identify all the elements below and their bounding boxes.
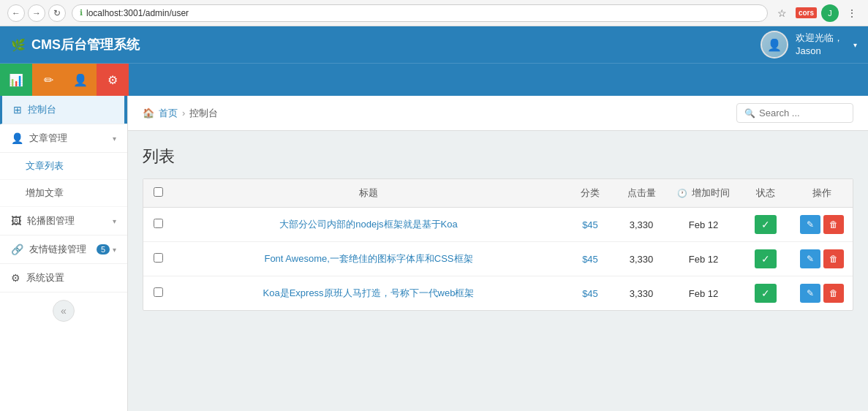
breadcrumb-bar: 🏠 首页 › 控制台 🔍 <box>128 96 868 131</box>
quick-icons-bar: 📊 ✏ 👤 ⚙ <box>0 63 868 96</box>
cors-badge: cors <box>796 7 817 18</box>
url-text: localhost:3001/admin/user <box>86 8 189 18</box>
sidebar-item-links[interactable]: 🔗 友情链接管理 5 ▾ <box>0 235 127 264</box>
links-arrow-icon: ▾ <box>113 246 116 254</box>
sidebar-label-links: 友情链接管理 <box>29 243 97 256</box>
sidebar-label-dashboard: 控制台 <box>28 103 116 116</box>
row-title-2: Koa是Express原班人马打造，号称下一代web框架 <box>173 276 565 311</box>
sidebar-item-settings[interactable]: ⚙ 系统设置 <box>0 264 127 293</box>
row-date-1: Feb 12 <box>667 242 740 276</box>
quick-icon-edit[interactable]: ✏ <box>32 64 64 96</box>
articles-arrow-icon: ▾ <box>113 135 116 143</box>
category-badge-2: $45 <box>582 288 598 299</box>
sidebar-item-articles[interactable]: 👤 文章管理 ▾ <box>0 124 127 153</box>
th-clicks: 点击量 <box>616 179 667 208</box>
row-title-link-1[interactable]: Font Awesome,一套绝佳的图标字体库和CSS框架 <box>264 253 472 264</box>
dashboard-icon: ⊞ <box>13 104 22 116</box>
category-badge-0: $45 <box>582 219 598 230</box>
sidebar: ⊞ 控制台 👤 文章管理 ▾ 文章列表 增加文章 🖼 轮播图管理 ▾ 🔗 友情链… <box>0 96 128 411</box>
settings-icon: ⚙ <box>11 272 20 284</box>
search-input[interactable] <box>759 108 847 118</box>
row-date-0: Feb 12 <box>667 208 740 242</box>
row-title-link-2[interactable]: Koa是Express原班人马打造，号称下一代web框架 <box>263 287 475 298</box>
user-menu[interactable]: 👤 欢迎光临， Jason ▾ <box>761 31 857 59</box>
th-status: 状态 <box>740 179 791 208</box>
row-date-2: Feb 12 <box>667 276 740 311</box>
browser-nav-buttons: ← → ↻ <box>7 4 66 22</box>
table-row: Font Awesome,一套绝佳的图标字体库和CSS框架 $45 3,330 … <box>143 242 853 276</box>
table-row: 大部分公司内部的nodejs框架就是基于Koa $45 3,330 Feb 12… <box>143 208 853 242</box>
th-actions: 操作 <box>791 179 853 208</box>
browser-chrome: ← → ↻ ℹ localhost:3001/admin/user ☆ cors… <box>0 0 868 26</box>
row-title-link-0[interactable]: 大部分公司内部的nodejs框架就是基于Koa <box>279 219 457 230</box>
sidebar-label-settings: 系统设置 <box>26 271 116 284</box>
row-category-1: $45 <box>565 242 616 276</box>
status-check-button-2[interactable]: ✓ <box>755 284 777 303</box>
home-icon: 🏠 <box>143 108 154 118</box>
menu-button[interactable]: ⋮ <box>843 4 861 22</box>
table-row: Koa是Express原班人马打造，号称下一代web框架 $45 3,330 F… <box>143 276 853 311</box>
delete-button-0[interactable]: 🗑 <box>823 215 844 234</box>
avatar-image: 👤 <box>762 32 787 57</box>
carousel-icon: 🖼 <box>11 215 21 227</box>
address-bar[interactable]: ℹ localhost:3001/admin/user <box>72 4 768 22</box>
status-check-button-0[interactable]: ✓ <box>755 215 777 234</box>
row-checkbox-0[interactable] <box>154 219 163 228</box>
top-nav: 🌿 CMS后台管理系统 👤 欢迎光临， Jason ▾ <box>0 26 868 63</box>
status-check-button-1[interactable]: ✓ <box>755 249 777 268</box>
th-category: 分类 <box>565 179 616 208</box>
sidebar-label-add-article: 增加文章 <box>26 186 64 200</box>
delete-button-2[interactable]: 🗑 <box>823 284 844 303</box>
app-title: CMS后台管理系统 <box>31 36 140 53</box>
clock-icon: 🕐 <box>677 189 687 197</box>
row-actions-2: ✎ 🗑 <box>791 276 853 311</box>
row-category-2: $45 <box>565 276 616 311</box>
back-button[interactable]: ← <box>7 4 25 22</box>
row-actions-1: ✎ 🗑 <box>791 242 853 276</box>
row-checkbox-1[interactable] <box>154 253 163 263</box>
row-clicks-2: 3,330 <box>616 276 667 311</box>
sidebar-label-carousel: 轮播图管理 <box>27 214 113 227</box>
select-all-checkbox[interactable] <box>154 187 163 197</box>
links-icon: 🔗 <box>11 244 23 255</box>
sidebar-item-article-list[interactable]: 文章列表 <box>0 153 127 180</box>
page-content: 列表 标题 分类 点击量 🕐 <box>128 131 868 325</box>
search-box[interactable]: 🔍 <box>736 103 853 123</box>
row-checkbox-cell <box>143 276 173 311</box>
content-area: 🏠 首页 › 控制台 🔍 列表 <box>128 96 868 411</box>
edit-button-1[interactable]: ✎ <box>800 249 820 268</box>
sidebar-label-articles: 文章管理 <box>29 132 113 145</box>
row-checkbox-cell <box>143 242 173 276</box>
breadcrumb-separator: › <box>182 108 185 118</box>
edit-button-2[interactable]: ✎ <box>800 284 820 303</box>
refresh-button[interactable]: ↻ <box>48 4 66 22</box>
star-button[interactable]: ☆ <box>774 4 791 22</box>
delete-button-1[interactable]: 🗑 <box>823 249 844 268</box>
row-title-1: Font Awesome,一套绝佳的图标字体库和CSS框架 <box>173 242 565 276</box>
chrome-user-avatar: J <box>821 4 839 22</box>
username: Jason <box>796 45 843 58</box>
quick-icon-user[interactable]: 👤 <box>64 64 97 96</box>
sidebar-collapse-button[interactable]: « <box>53 300 75 322</box>
row-checkbox-cell <box>143 208 173 242</box>
sidebar-item-carousel[interactable]: 🖼 轮播图管理 ▾ <box>0 207 127 235</box>
row-status-2: ✓ <box>740 276 791 311</box>
edit-button-0[interactable]: ✎ <box>800 215 820 234</box>
sidebar-item-dashboard[interactable]: ⊞ 控制台 <box>0 96 127 124</box>
breadcrumb-current: 控制台 <box>189 107 218 120</box>
row-checkbox-2[interactable] <box>154 287 163 297</box>
page-title: 列表 <box>143 146 853 167</box>
articles-icon: 👤 <box>11 132 23 144</box>
th-date: 🕐 增加时间 <box>667 179 740 208</box>
breadcrumb-home-link[interactable]: 首页 <box>159 107 178 120</box>
sidebar-item-add-article[interactable]: 增加文章 <box>0 180 127 207</box>
row-clicks-1: 3,330 <box>616 242 667 276</box>
browser-actions: ☆ cors J ⋮ <box>774 4 861 22</box>
links-badge: 5 <box>97 244 110 254</box>
category-badge-1: $45 <box>582 254 598 265</box>
sidebar-label-article-list: 文章列表 <box>26 159 64 173</box>
quick-icon-chart[interactable]: 📊 <box>0 64 32 96</box>
th-title: 标题 <box>173 179 565 208</box>
quick-icon-share[interactable]: ⚙ <box>97 64 129 96</box>
forward-button[interactable]: → <box>28 4 45 22</box>
